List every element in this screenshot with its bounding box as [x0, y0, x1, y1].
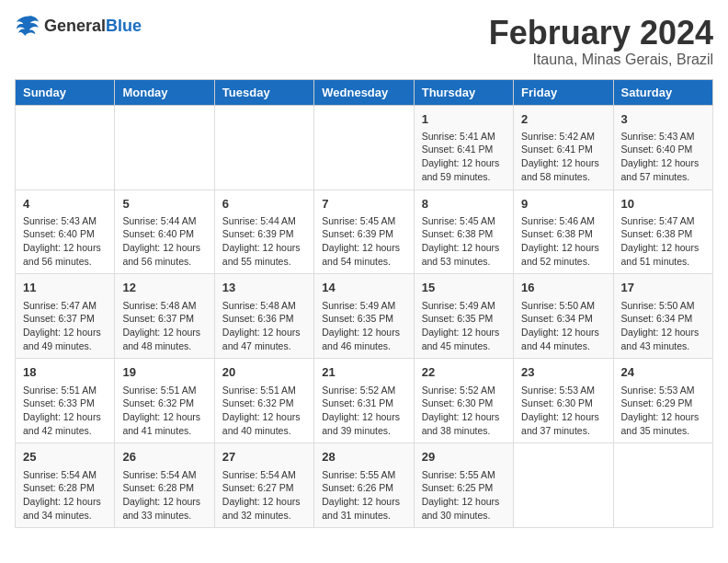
- logo-bird-icon: [15, 15, 40, 37]
- calendar-cell: 8Sunrise: 5:45 AMSunset: 6:38 PMDaylight…: [414, 190, 513, 274]
- day-info: and 37 minutes.: [521, 424, 605, 438]
- day-info: Daylight: 12 hours: [23, 326, 107, 339]
- day-info: and 54 minutes.: [322, 255, 405, 269]
- day-number: 10: [621, 196, 705, 213]
- day-info: Daylight: 12 hours: [422, 156, 506, 170]
- day-info: and 55 minutes.: [222, 255, 306, 269]
- day-info: Sunrise: 5:48 AM: [222, 299, 306, 313]
- day-number: 5: [122, 196, 206, 213]
- day-info: Sunset: 6:38 PM: [621, 227, 705, 241]
- day-info: and 39 minutes.: [322, 424, 405, 438]
- calendar-week-1: 4Sunrise: 5:43 AMSunset: 6:40 PMDaylight…: [16, 190, 713, 274]
- header-wednesday: Wednesday: [314, 79, 414, 105]
- day-info: and 49 minutes.: [23, 339, 107, 353]
- calendar-cell: 16Sunrise: 5:50 AMSunset: 6:34 PMDayligh…: [514, 274, 613, 359]
- day-info: Daylight: 12 hours: [122, 326, 206, 339]
- day-number: 29: [422, 449, 506, 465]
- header-saturday: Saturday: [613, 79, 712, 105]
- day-info: and 42 minutes.: [23, 424, 107, 438]
- day-info: Sunset: 6:38 PM: [422, 227, 506, 241]
- day-number: 24: [621, 364, 705, 381]
- day-info: and 46 minutes.: [322, 339, 405, 353]
- day-number: 14: [322, 280, 405, 296]
- day-info: Sunset: 6:27 PM: [222, 481, 306, 495]
- day-info: and 48 minutes.: [122, 339, 206, 353]
- day-info: Sunset: 6:31 PM: [322, 396, 405, 410]
- day-info: Daylight: 12 hours: [222, 326, 306, 339]
- day-number: 18: [23, 364, 107, 381]
- calendar-cell: 2Sunrise: 5:42 AMSunset: 6:41 PMDaylight…: [514, 105, 613, 190]
- day-number: 8: [422, 196, 506, 213]
- calendar-cell: 21Sunrise: 5:52 AMSunset: 6:31 PMDayligh…: [314, 359, 414, 443]
- day-info: and 34 minutes.: [23, 509, 107, 523]
- day-number: 20: [222, 364, 306, 381]
- title-area: February 2024 Itauna, Minas Gerais, Braz…: [489, 15, 713, 68]
- calendar-cell: 17Sunrise: 5:50 AMSunset: 6:34 PMDayligh…: [613, 274, 712, 359]
- day-info: Sunset: 6:26 PM: [322, 481, 405, 495]
- calendar-cell: 23Sunrise: 5:53 AMSunset: 6:30 PMDayligh…: [514, 359, 613, 443]
- day-info: and 57 minutes.: [621, 170, 705, 184]
- day-info: Sunrise: 5:44 AM: [222, 214, 306, 228]
- day-number: 1: [422, 111, 506, 128]
- calendar-week-3: 18Sunrise: 5:51 AMSunset: 6:33 PMDayligh…: [16, 359, 713, 443]
- day-info: Sunset: 6:40 PM: [23, 227, 107, 241]
- day-info: and 41 minutes.: [122, 424, 206, 438]
- day-info: and 33 minutes.: [122, 509, 206, 523]
- day-info: Sunset: 6:32 PM: [222, 396, 306, 410]
- day-number: 17: [621, 280, 705, 296]
- day-info: Sunrise: 5:43 AM: [23, 214, 107, 228]
- day-info: Sunrise: 5:48 AM: [122, 299, 206, 313]
- day-info: Sunset: 6:41 PM: [422, 143, 506, 156]
- day-info: Sunrise: 5:51 AM: [222, 384, 306, 397]
- calendar-cell: 7Sunrise: 5:45 AMSunset: 6:39 PMDaylight…: [314, 190, 414, 274]
- day-number: 28: [322, 449, 405, 465]
- day-info: Sunset: 6:37 PM: [122, 312, 206, 326]
- day-info: and 53 minutes.: [422, 255, 506, 269]
- day-info: Sunset: 6:32 PM: [122, 396, 206, 410]
- calendar-cell: [514, 443, 613, 528]
- day-info: Sunrise: 5:54 AM: [23, 468, 107, 482]
- calendar-cell: 29Sunrise: 5:55 AMSunset: 6:25 PMDayligh…: [414, 443, 513, 528]
- header: GeneralBlue February 2024 Itauna, Minas …: [15, 15, 713, 68]
- day-info: and 31 minutes.: [322, 509, 405, 523]
- day-info: Sunrise: 5:49 AM: [322, 299, 405, 313]
- day-info: and 43 minutes.: [621, 339, 705, 353]
- calendar-cell: 6Sunrise: 5:44 AMSunset: 6:39 PMDaylight…: [214, 190, 313, 274]
- day-info: Daylight: 12 hours: [322, 326, 405, 339]
- day-info: Sunrise: 5:55 AM: [422, 468, 506, 482]
- logo: GeneralBlue: [15, 15, 142, 37]
- day-info: Daylight: 12 hours: [521, 156, 605, 170]
- day-info: Sunrise: 5:41 AM: [422, 130, 506, 144]
- day-info: and 58 minutes.: [521, 170, 605, 184]
- day-info: Sunset: 6:30 PM: [422, 396, 506, 410]
- day-info: Sunrise: 5:42 AM: [521, 130, 605, 144]
- day-info: Sunrise: 5:43 AM: [621, 130, 705, 144]
- day-info: Sunset: 6:36 PM: [222, 312, 306, 326]
- day-info: Sunset: 6:30 PM: [521, 396, 605, 410]
- day-info: Sunrise: 5:51 AM: [122, 384, 206, 397]
- day-info: Daylight: 12 hours: [621, 241, 705, 255]
- day-info: Sunset: 6:40 PM: [621, 143, 705, 156]
- day-info: Sunset: 6:33 PM: [23, 396, 107, 410]
- calendar-header: Sunday Monday Tuesday Wednesday Thursday…: [16, 79, 713, 105]
- day-info: Daylight: 12 hours: [422, 410, 506, 424]
- day-info: Sunrise: 5:50 AM: [521, 299, 605, 313]
- day-info: Sunrise: 5:47 AM: [621, 214, 705, 228]
- calendar-cell: 1Sunrise: 5:41 AMSunset: 6:41 PMDaylight…: [414, 105, 513, 190]
- header-sunday: Sunday: [16, 79, 115, 105]
- calendar-cell: 12Sunrise: 5:48 AMSunset: 6:37 PMDayligh…: [115, 274, 214, 359]
- day-info: and 52 minutes.: [521, 255, 605, 269]
- day-info: and 47 minutes.: [222, 339, 306, 353]
- day-number: 26: [122, 449, 206, 465]
- day-info: Sunrise: 5:52 AM: [422, 384, 506, 397]
- day-info: and 44 minutes.: [521, 339, 605, 353]
- day-number: 23: [521, 364, 605, 381]
- day-info: Daylight: 12 hours: [322, 410, 405, 424]
- day-info: Daylight: 12 hours: [422, 495, 506, 509]
- calendar-cell: 5Sunrise: 5:44 AMSunset: 6:40 PMDaylight…: [115, 190, 214, 274]
- logo-blue: Blue: [106, 17, 142, 35]
- day-info: Daylight: 12 hours: [621, 156, 705, 170]
- calendar-cell: [214, 105, 313, 190]
- day-info: Daylight: 12 hours: [122, 410, 206, 424]
- calendar-cell: 15Sunrise: 5:49 AMSunset: 6:35 PMDayligh…: [414, 274, 513, 359]
